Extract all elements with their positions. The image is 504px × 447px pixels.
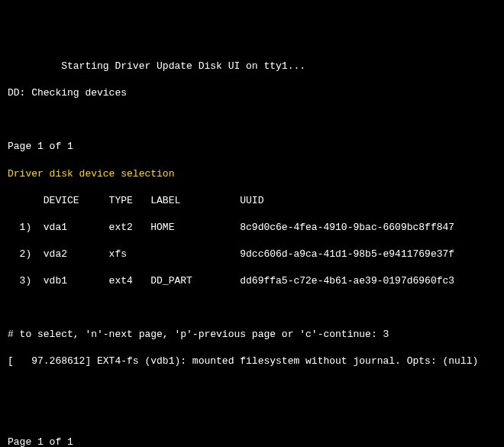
starting-line: Starting Driver Update Disk UI on tty1..…: [8, 60, 496, 73]
blank-line: [8, 408, 496, 422]
blank-line: [8, 381, 496, 395]
page-indicator: Page 1 of 1: [8, 140, 496, 154]
section-title-device-selection: Driver disk device selection: [8, 167, 496, 181]
blank-line: [8, 301, 496, 315]
checking-devices-line: DD: Checking devices: [8, 86, 496, 100]
device-table-header: DEVICE TYPE LABEL UUID: [8, 194, 496, 208]
page-indicator: Page 1 of 1: [8, 436, 496, 448]
blank-line: [8, 113, 496, 127]
select-prompt[interactable]: # to select, 'n'-next page, 'p'-previous…: [8, 328, 496, 342]
device-option-3[interactable]: 3) vdb1 ext4 DD_PART dd69ffa5-c72e-4b61-…: [8, 274, 496, 288]
device-option-2[interactable]: 2) vda2 xfs 9dcc606d-a9ca-41d1-98b5-e941…: [8, 248, 496, 261]
device-option-1[interactable]: 1) vda1 ext2 HOME 8c9d0c6e-4fea-4910-9ba…: [8, 221, 496, 235]
kernel-mount-message: [ 97.268612] EXT4-fs (vdb1): mounted fil…: [8, 355, 496, 368]
